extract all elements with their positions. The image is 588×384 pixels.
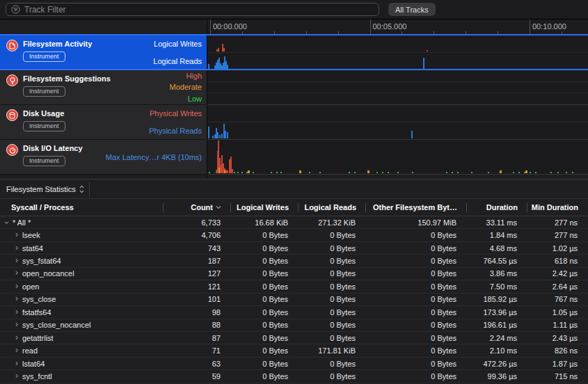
table-row-fstatfs64[interactable]: ›fstatfs64980 Bytes0 Bytes0 Bytes173.96 … [0, 306, 588, 319]
cell-value: 0 Bytes [330, 244, 356, 253]
track-graph-disk-usage[interactable] [207, 105, 588, 140]
column-header-min-duration[interactable]: Min Duration [527, 199, 588, 216]
panel-divider[interactable] [207, 19, 207, 179]
column-header-duration[interactable]: Duration [467, 199, 527, 216]
track-list: Filesystem ActivityInstrumentLogical Wri… [0, 35, 207, 175]
data-dot-green [280, 172, 282, 173]
value-cell: 767 ns [527, 294, 588, 305]
track-row-disk-usage[interactable]: Disk UsageInstrumentPhysical WritesPhysi… [0, 105, 207, 140]
lane-label-max-latency-r-4kb-10ms: Max Latency…r 4KB (10ms) [106, 140, 202, 174]
cell-value: 187 [208, 257, 221, 265]
graph-lane-moderate [207, 82, 588, 94]
timeline-ruler[interactable]: 00:00.00000:05.00000:10.000 [207, 19, 588, 34]
data-dot-green [550, 172, 552, 173]
disclosure-collapsed-icon[interactable]: › [15, 371, 18, 381]
table-row-stat64[interactable]: ›stat647430 Bytes0 Bytes0 Bytes4.68 ms1.… [0, 242, 588, 255]
value-cell: 1.87 µs [527, 358, 588, 369]
column-header-label: Logical Reads [304, 203, 356, 211]
disclosure-collapsed-icon[interactable]: › [15, 268, 18, 278]
table-row-sys-close[interactable]: ›sys_close1010 Bytes0 Bytes0 Bytes185.92… [0, 294, 588, 306]
value-cell: 185.92 µs [467, 294, 527, 305]
cell-value: 2.42 µs [553, 269, 578, 278]
value-cell: 764.55 µs [467, 255, 527, 266]
value-cell: 0 Bytes [231, 294, 299, 305]
disclosure-collapsed-icon[interactable]: › [15, 243, 18, 253]
disclosure-collapsed-icon[interactable]: › [15, 281, 18, 291]
disclosure-collapsed-icon[interactable]: › [15, 307, 18, 317]
data-bar [423, 58, 424, 69]
data-dot-green [572, 172, 573, 173]
table-row-lseek[interactable]: ›lseek4,7060 Bytes0 Bytes0 Bytes1.84 ms2… [0, 229, 588, 241]
cell-value: 171.81 KiB [318, 346, 356, 355]
table-row-open[interactable]: ›open1210 Bytes0 Bytes0 Bytes7.50 ms2.64… [0, 280, 588, 293]
value-cell: 101 [164, 294, 231, 305]
cell-value: 4.68 ms [490, 244, 517, 253]
column-header-label: Syscall / Process [11, 203, 74, 211]
data-bar [232, 169, 233, 173]
track-graph-filesystem-suggestions[interactable] [207, 70, 588, 105]
data-bar [225, 131, 226, 138]
data-bar [227, 132, 228, 138]
column-header-syscall-process[interactable]: Syscall / Process [0, 199, 164, 216]
value-cell: 1.02 µs [527, 242, 588, 254]
disclosure-collapsed-icon[interactable]: › [15, 319, 18, 329]
disclosure-collapsed-icon[interactable]: › [15, 358, 18, 368]
table-row-read[interactable]: ›read710 Bytes171.81 KiB0 Bytes2.10 ms82… [0, 344, 588, 357]
cell-value: 63 [212, 360, 221, 368]
cell-value: 618 ns [555, 257, 578, 265]
cell-value: 0 Bytes [262, 321, 288, 329]
lightbulb-icon [6, 74, 18, 86]
syscall-cell: ›sys_close [0, 294, 164, 305]
track-filter-input[interactable]: Track Filter [6, 3, 379, 16]
value-cell: 63 [164, 358, 231, 369]
table-row-getattrlist[interactable]: ›getattrlist870 Bytes0 Bytes0 Bytes2.24 … [0, 332, 588, 344]
column-header-count[interactable]: Count [164, 199, 231, 216]
statistics-selector[interactable]: Filesystem Statistics [6, 185, 84, 193]
cell-value: 0 Bytes [330, 269, 356, 278]
disclosure-collapsed-icon[interactable]: › [15, 294, 18, 303]
column-header-label: Min Duration [532, 203, 578, 211]
value-cell: 99.36 µs [467, 370, 527, 382]
track-row-disk-i-o-latency[interactable]: Disk I/O LatencyInstrumentMax Latency…r … [0, 140, 207, 175]
track-row-filesystem-suggestions[interactable]: Filesystem SuggestionsInstrumentHighMode… [0, 70, 207, 105]
data-dot-green [319, 172, 321, 173]
cell-value: 0 Bytes [431, 244, 456, 253]
disclosure-collapsed-icon[interactable]: › [15, 333, 18, 342]
track-graph-disk-i-o-latency[interactable] [207, 140, 588, 175]
filesystem-activity-icon [6, 40, 18, 51]
column-header-other-filesystem-byt[interactable]: Other Filesystem Byt… [366, 199, 467, 216]
cell-value: 0 Bytes [431, 360, 456, 368]
value-cell: 121 [164, 280, 231, 292]
disclosure-collapsed-icon[interactable]: › [15, 230, 18, 239]
track-graph-filesystem-activity[interactable] [207, 35, 588, 70]
all-tracks-button[interactable]: All Tracks [388, 3, 436, 16]
syscall-cell: ›read [0, 344, 164, 356]
value-cell: 187 [164, 255, 231, 266]
data-dot-orange [500, 170, 502, 173]
data-dot-green [412, 172, 413, 173]
table-row-sys-fcntl[interactable]: ›sys_fcntl590 Bytes0 Bytes0 Bytes99.36 µ… [0, 370, 588, 383]
disclosure-collapsed-icon[interactable]: › [15, 255, 18, 265]
track-lane-labels: HighModerateLow [170, 70, 202, 104]
track-row-filesystem-activity[interactable]: Filesystem ActivityInstrumentLogical Wri… [0, 35, 207, 70]
data-dot-green [276, 172, 278, 173]
column-header-logical-reads[interactable]: Logical Reads [299, 199, 366, 216]
track-title: Filesystem Suggestions [23, 74, 111, 83]
table-row-lstat64[interactable]: ›lstat64630 Bytes0 Bytes0 Bytes472.26 µs… [0, 358, 588, 370]
value-cell: 2.64 µs [527, 280, 588, 292]
cell-value: 826 ns [555, 346, 578, 355]
disclosure-collapsed-icon[interactable]: › [15, 345, 18, 355]
table-row-sys-fstat64[interactable]: ›sys_fstat641870 Bytes0 Bytes0 Bytes764.… [0, 255, 588, 267]
disclosure-expanded-icon[interactable]: › [2, 221, 12, 224]
table-row-sys-close-nocancel[interactable]: ›sys_close_nocancel880 Bytes0 Bytes0 Byt… [0, 319, 588, 332]
cell-value: 0 Bytes [330, 360, 356, 368]
value-cell: 0 Bytes [299, 255, 366, 266]
table-row-open-nocancel[interactable]: ›open_nocancel1270 Bytes0 Bytes0 Bytes3.… [0, 268, 588, 280]
instrument-badge: Instrument [23, 121, 65, 131]
cell-value: 0 Bytes [431, 346, 456, 355]
data-dot-green [471, 172, 472, 173]
table-row-all[interactable]: ›* All *6,73316.68 KiB271.32 KiB150.97 M… [0, 216, 588, 229]
cell-value: 0 Bytes [262, 269, 288, 278]
syscall-cell: ›stat64 [0, 242, 164, 254]
column-header-logical-writes[interactable]: Logical Writes [231, 199, 299, 216]
